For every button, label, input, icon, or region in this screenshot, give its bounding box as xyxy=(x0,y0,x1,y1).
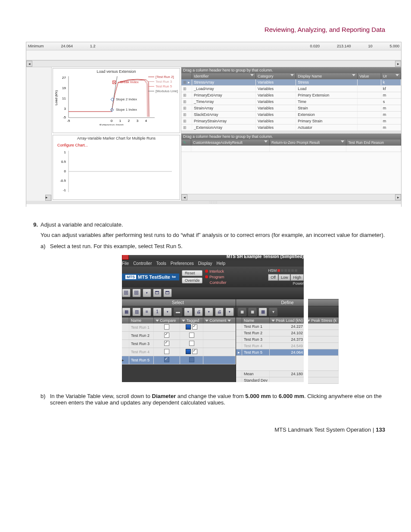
compare-checkbox[interactable] xyxy=(164,349,169,354)
table-row[interactable]: Test Run 324.373 xyxy=(236,336,339,342)
filter-icon[interactable] xyxy=(352,74,355,76)
table-row[interactable]: Test Run 3 xyxy=(120,339,236,348)
table-row[interactable]: ⊞_LoadArrayVariablesLoadkf xyxy=(181,86,401,92)
expand-icon[interactable]: ⊞ xyxy=(183,119,188,123)
col-identifier[interactable]: Identifier xyxy=(192,73,256,79)
expand-icon[interactable]: ⊞ xyxy=(183,100,188,104)
filter-icon[interactable] xyxy=(290,74,294,76)
marker-chart[interactable]: Array-Variable Marker Chart for Multiple… xyxy=(53,135,180,200)
col-compare[interactable]: Compare xyxy=(153,317,180,324)
icon-button[interactable]: ◼ xyxy=(248,308,257,316)
menu-file[interactable]: File xyxy=(122,261,129,266)
define-table[interactable]: Name Peak Load (kN) Peak Stress (k Test … xyxy=(236,317,339,384)
col-peak-stress[interactable]: Peak Stress (k xyxy=(305,317,339,324)
scroll-left-icon[interactable]: ◂ xyxy=(181,194,187,200)
table-row[interactable]: Test Run 124.227 xyxy=(236,324,339,330)
table-row[interactable]: ⊞_ExtensionArrayVariablesActuatorm xyxy=(181,124,401,131)
table-row[interactable]: Test Run 424.549 xyxy=(236,342,339,349)
expand-icon[interactable]: ⊞ xyxy=(183,125,188,130)
col-peak-load[interactable]: Peak Load (kN) xyxy=(270,317,305,324)
expand-icon[interactable]: ⊞ xyxy=(183,87,188,91)
menu-help[interactable]: Help xyxy=(217,261,226,266)
table-row[interactable]: ▸Test Run 5 xyxy=(120,356,236,364)
scroll-right-icon[interactable]: ▸ xyxy=(395,61,401,67)
col-unit[interactable]: Ur xyxy=(381,73,401,79)
horizontal-scrollbar[interactable]: ◂ ▸ xyxy=(181,194,401,201)
resize-gripper[interactable]: ::::: xyxy=(26,201,401,204)
col-return-zero[interactable]: Return-to-Zero Prompt Result xyxy=(270,140,346,146)
table-row[interactable]: ⊞SlackExtArrayVariablesExtensionm xyxy=(181,112,401,118)
toolbar-dropdown-icon[interactable]: ▾ xyxy=(143,289,151,297)
col-display-name[interactable]: Display Name xyxy=(296,73,358,79)
col-comment[interactable]: Comment xyxy=(203,317,235,324)
variables-grid[interactable]: Identifier Category Display Name Value U… xyxy=(181,73,401,131)
col-value[interactable]: Value xyxy=(358,73,381,79)
table-row[interactable]: ⊞PrimaryExtArrayVariablesPrimary Extensi… xyxy=(181,92,401,99)
window-titlebar[interactable]: MTS SH Example Tension (Simplified) xyxy=(120,253,305,260)
tagged-checkbox[interactable] xyxy=(189,341,194,346)
icon-button[interactable]: ▥ xyxy=(132,308,141,316)
menu-controller[interactable]: Controller xyxy=(133,261,152,266)
table-row[interactable]: Test Run 2 xyxy=(120,331,236,339)
table-row[interactable]: ⊞StrainArrayVariablesStrainm xyxy=(181,105,401,112)
table-row[interactable]: ⊞_TimeArrayVariablesTimes xyxy=(181,99,401,105)
override-button[interactable]: Override xyxy=(182,277,203,283)
power-segmented[interactable]: Off Low High xyxy=(268,274,304,281)
compare-checkbox[interactable] xyxy=(164,341,169,346)
col-name[interactable]: Name xyxy=(242,317,270,324)
results-grid[interactable]: ✎ CustomMessageActivityResult Return-to-… xyxy=(181,140,401,152)
filter-icon[interactable] xyxy=(264,140,268,143)
icon-button[interactable]: ▦ xyxy=(122,308,131,316)
menu-bar[interactable]: File Controller Tools Preferences Displa… xyxy=(120,260,305,267)
col-name[interactable]: Name xyxy=(129,317,154,324)
table-row[interactable]: Test Run 224.102 xyxy=(236,330,339,336)
icon-button[interactable]: ≡ xyxy=(143,308,151,316)
filter-icon[interactable] xyxy=(341,140,344,143)
table-row[interactable]: ▸ OK No Break Detected xyxy=(181,146,401,152)
group-by-hint[interactable]: Drag a column header here to group by th… xyxy=(181,67,401,73)
reset-button[interactable]: Reset xyxy=(182,270,203,276)
expand-icon[interactable]: ⊞ xyxy=(183,93,188,97)
expand-icon[interactable]: ⊞ xyxy=(183,106,188,110)
toolbar-icon[interactable]: 🞖 xyxy=(132,289,141,297)
compare-checkbox[interactable] xyxy=(164,324,169,330)
menu-display[interactable]: Display xyxy=(198,261,212,266)
table-row[interactable]: ▸Test Run 524.064 xyxy=(236,349,339,355)
group-by-hint-2[interactable]: Drag a column header here to group by th… xyxy=(181,134,401,140)
expand-icon[interactable]: ⊞ xyxy=(183,80,188,84)
tag-icon[interactable] xyxy=(186,324,191,330)
scroll-right-icon[interactable]: ▸ xyxy=(395,194,401,200)
dropdown-icon[interactable]: ▾ xyxy=(163,308,172,316)
icon-button[interactable]: ▬ xyxy=(174,308,182,316)
compare-checkbox[interactable] xyxy=(164,357,169,362)
scroll-right-icon[interactable]: ▸ xyxy=(45,195,51,201)
seg-off[interactable]: Off xyxy=(268,274,278,281)
icon-button[interactable]: ▾ xyxy=(269,308,277,316)
tagged-checkbox[interactable] xyxy=(192,324,197,330)
load-vs-extension-chart[interactable]: Load versus Extension 27 19 11 3 -5 -5 xyxy=(53,68,180,133)
menu-preferences[interactable]: Preferences xyxy=(171,261,194,266)
toolbar-icon[interactable]: 🞖 xyxy=(122,289,131,297)
icon-button[interactable]: 1 xyxy=(153,308,162,316)
icon-button[interactable]: ▦ xyxy=(258,308,267,316)
dropdown-icon[interactable]: ▾ xyxy=(205,308,213,316)
filter-icon[interactable] xyxy=(395,74,399,76)
col-category[interactable]: Category xyxy=(256,73,296,79)
table-row[interactable]: Test Run 1 xyxy=(120,324,236,332)
expand-icon[interactable]: ⊞ xyxy=(183,112,188,117)
tag-icon[interactable] xyxy=(186,349,191,354)
toolbar-icon[interactable]: 🗔 xyxy=(153,289,162,297)
compare-checkbox[interactable] xyxy=(164,333,169,338)
menu-tools[interactable]: Tools xyxy=(156,261,166,266)
horizontal-scrollbar[interactable]: ◂ ▸ xyxy=(26,60,401,67)
col-tagged[interactable]: Tagged xyxy=(180,317,203,324)
toolbar-icon[interactable]: 🗔 xyxy=(163,289,172,297)
tagged-checkbox[interactable] xyxy=(189,333,194,338)
tagged-checkbox[interactable] xyxy=(189,357,194,362)
table-row[interactable]: ⊞PrimaryStrainArrayVariablesPrimary Stra… xyxy=(181,118,401,124)
select-table[interactable]: Name Compare Tagged Comment Test Run 1 T… xyxy=(120,317,236,364)
icon-button[interactable]: 🖨 xyxy=(194,308,203,316)
tagged-checkbox[interactable] xyxy=(192,349,197,354)
dropdown-icon[interactable]: ▾ xyxy=(225,308,234,316)
dropdown-icon[interactable]: ▾ xyxy=(184,308,193,316)
